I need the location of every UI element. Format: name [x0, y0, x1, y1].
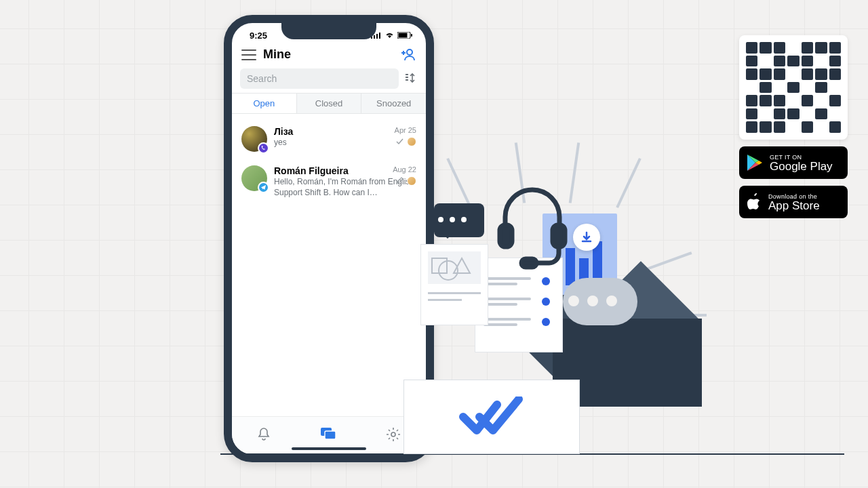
app-store-top: Download on the	[768, 193, 820, 200]
search-row	[232, 64, 426, 93]
add-person-button[interactable]	[401, 49, 416, 61]
box-front-logo	[403, 380, 580, 454]
page-title: Mine	[263, 47, 291, 62]
download-icon	[573, 224, 600, 251]
hero-illustration	[397, 142, 709, 454]
headset-icon	[492, 183, 573, 274]
tab-open[interactable]: Open	[232, 94, 297, 113]
svg-rect-5	[399, 33, 408, 38]
search-input[interactable]	[240, 68, 399, 89]
svg-rect-6	[411, 34, 412, 37]
app-store-bottom: App Store	[768, 200, 820, 211]
status-time: 9:25	[250, 30, 267, 41]
channel-badge-viber	[258, 142, 269, 154]
svg-rect-13	[500, 225, 512, 247]
google-play-bottom: Google Play	[770, 161, 833, 172]
app-store-badge[interactable]: Download on the App Store	[739, 186, 848, 218]
notch	[281, 22, 376, 39]
google-play-badge[interactable]: GET IT ON Google Play	[739, 146, 848, 179]
apple-icon	[747, 193, 762, 211]
filter-tabs: Open Closed Snoozed	[232, 93, 426, 114]
google-play-top: GET IT ON	[770, 154, 833, 161]
image-card-icon	[420, 244, 488, 325]
svg-point-10	[391, 432, 395, 436]
google-play-icon	[747, 154, 763, 171]
status-indicators	[371, 32, 412, 39]
conversation-date: Apr 25	[395, 126, 416, 134]
sort-button[interactable]	[404, 73, 418, 85]
svg-rect-1	[374, 35, 375, 39]
svg-rect-14	[553, 225, 565, 247]
svg-rect-15	[521, 259, 536, 267]
app-header: Mine	[232, 43, 426, 64]
svg-rect-2	[376, 34, 378, 39]
tab-closed[interactable]: Closed	[297, 94, 362, 113]
svg-rect-9	[325, 431, 336, 439]
nav-notifications[interactable]	[257, 427, 271, 445]
avatar	[241, 165, 267, 191]
home-indicator	[292, 447, 366, 450]
avatar	[241, 126, 267, 152]
tab-snoozed[interactable]: Snoozed	[361, 94, 426, 113]
svg-rect-3	[379, 33, 380, 39]
svg-point-7	[407, 49, 412, 55]
battery-icon	[397, 32, 412, 39]
store-panel: GET IT ON Google Play Download on the Ap…	[739, 35, 848, 218]
menu-icon[interactable]	[241, 49, 256, 60]
channel-badge-telegram	[258, 182, 269, 193]
chat-bubble-icon	[563, 278, 637, 325]
nav-conversations[interactable]	[320, 427, 336, 445]
speech-bubble-icon	[434, 203, 484, 237]
wifi-icon	[384, 32, 395, 39]
qr-code	[739, 35, 848, 140]
